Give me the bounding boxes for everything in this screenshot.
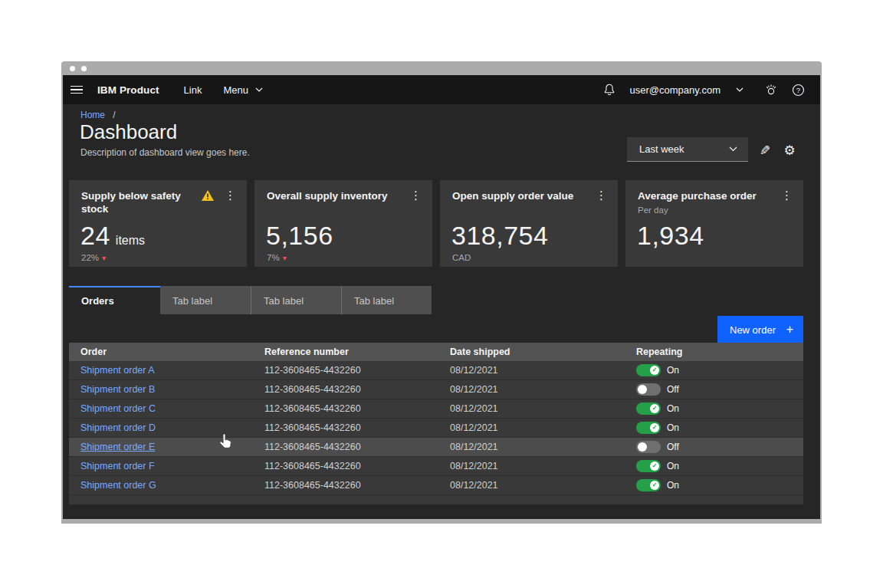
card-metric-suffix: items xyxy=(116,234,145,248)
toggle-label: On xyxy=(667,480,679,491)
card-title: Average purchase order xyxy=(638,190,773,203)
card-title: Overall supply inventory xyxy=(267,190,402,203)
order-link[interactable]: Shipment order E xyxy=(80,442,155,452)
card-title: Supply below safety stock xyxy=(81,190,197,216)
toggle-label: On xyxy=(667,365,679,376)
table-row[interactable]: Shipment order G 112-3608465-4432260 08/… xyxy=(69,476,803,495)
table-row[interactable]: Shipment order A 112-3608465-4432260 08/… xyxy=(69,361,803,380)
column-header-reference[interactable]: Reference number xyxy=(253,343,438,361)
overflow-menu-icon[interactable]: ⋮ xyxy=(222,190,239,201)
order-link[interactable]: Shipment order C xyxy=(80,403,156,414)
card-title: Open supply order value xyxy=(452,190,588,203)
metric-cards-row: Supply below safety stock ⋮ 24 it xyxy=(69,180,803,267)
app-header: IBM Product Link Menu user@company.com xyxy=(63,75,820,104)
table-empty-area xyxy=(69,495,803,504)
toggle-knob xyxy=(650,423,659,432)
card-delta: 22%▾ xyxy=(81,253,106,262)
notifications-bell-icon[interactable] xyxy=(598,75,621,104)
tab-label-3[interactable]: Tab label xyxy=(251,286,341,314)
order-link[interactable]: Shipment order B xyxy=(80,384,155,395)
menu-hamburger-icon[interactable] xyxy=(63,75,94,104)
card-delta: 7%▾ xyxy=(267,253,287,262)
repeating-toggle[interactable] xyxy=(636,441,661,453)
help-icon[interactable]: ? xyxy=(786,75,809,104)
order-link[interactable]: Shipment order D xyxy=(80,422,156,433)
repeating-toggle[interactable] xyxy=(636,479,661,491)
table-row[interactable]: Shipment order E 112-3608465-4432260 08/… xyxy=(69,438,803,457)
breadcrumb-home-link[interactable]: Home xyxy=(80,110,105,120)
time-filter-value: Last week xyxy=(639,143,684,155)
overflow-menu-icon[interactable]: ⋮ xyxy=(592,190,610,201)
repeating-toggle[interactable] xyxy=(636,460,661,472)
column-header-date[interactable]: Date shipped xyxy=(438,343,625,361)
time-filter-dropdown[interactable]: Last week xyxy=(627,137,748,162)
card-average-purchase-order: Average purchase order ⋮ Per day 1,934 xyxy=(625,180,803,267)
window-titlebar[interactable] xyxy=(61,61,822,75)
window-control-dot[interactable] xyxy=(70,66,75,71)
sparkle-idea-icon[interactable] xyxy=(759,75,782,104)
card-metric-value: 1,934 xyxy=(637,221,704,251)
date-cell: 08/12/2021 xyxy=(438,384,625,395)
nav-link[interactable]: Link xyxy=(184,84,202,96)
card-supply-below-safety-stock: Supply below safety stock ⋮ 24 it xyxy=(69,180,247,267)
card-metric-value: 24 items xyxy=(80,221,145,251)
page-description: Description of dashboard view goes here. xyxy=(80,147,250,158)
chevron-down-icon xyxy=(729,146,737,152)
reference-cell: 112-3608465-4432260 xyxy=(253,422,438,433)
user-email[interactable]: user@company.com xyxy=(630,84,721,96)
orders-table: Order Reference number Date shipped Repe… xyxy=(69,343,803,504)
toggle-knob xyxy=(638,442,647,452)
breadcrumb-separator: / xyxy=(113,110,115,120)
browser-window: IBM Product Link Menu user@company.com xyxy=(61,61,822,524)
repeating-toggle[interactable] xyxy=(636,402,661,415)
column-header-repeating[interactable]: Repeating xyxy=(625,343,803,361)
page-content: Home / Dashboard Description of dashboar… xyxy=(63,104,820,519)
card-overall-supply-inventory: Overall supply inventory ⋮ 5,156 7%▾ xyxy=(254,180,432,267)
date-cell: 08/12/2021 xyxy=(438,461,625,471)
table-row[interactable]: Shipment order B 112-3608465-4432260 08/… xyxy=(69,380,803,399)
settings-gear-icon[interactable]: ⚙ xyxy=(780,140,799,160)
date-cell: 08/12/2021 xyxy=(438,403,625,414)
repeating-toggle[interactable] xyxy=(636,364,661,376)
svg-text:?: ? xyxy=(796,86,799,94)
overflow-menu-icon[interactable]: ⋮ xyxy=(778,190,796,201)
toggle-label: Off xyxy=(667,384,679,395)
table-row[interactable]: Shipment order F 112-3608465-4432260 08/… xyxy=(69,457,803,476)
toggle-label: On xyxy=(667,403,679,414)
toggle-knob xyxy=(650,462,659,471)
tab-label-4[interactable]: Tab label xyxy=(341,286,432,314)
toggle-knob xyxy=(638,385,647,394)
edit-pencil-icon[interactable]: ✎ xyxy=(755,140,775,160)
new-order-button[interactable]: New order + xyxy=(717,316,803,343)
date-cell: 08/12/2021 xyxy=(438,365,625,376)
delta-down-icon: ▾ xyxy=(283,254,287,262)
overflow-menu-icon[interactable]: ⋮ xyxy=(407,190,425,201)
tab-orders[interactable]: Orders xyxy=(69,286,160,314)
column-header-order[interactable]: Order xyxy=(69,343,253,361)
toggle-label: Off xyxy=(667,442,679,452)
chevron-down-icon xyxy=(255,87,263,92)
plus-icon: + xyxy=(786,323,793,337)
table-row[interactable]: Shipment order D 112-3608465-4432260 08/… xyxy=(69,419,803,438)
repeating-toggle[interactable] xyxy=(636,383,661,396)
order-link[interactable]: Shipment order A xyxy=(80,365,155,376)
window-control-dot[interactable] xyxy=(81,66,87,71)
card-subtitle: Per day xyxy=(638,205,796,215)
warning-icon xyxy=(202,190,214,201)
order-link[interactable]: Shipment order F xyxy=(80,461,155,471)
toggle-knob xyxy=(650,366,659,375)
nav-menu[interactable]: Menu xyxy=(223,84,263,96)
date-cell: 08/12/2021 xyxy=(438,442,625,452)
product-name: IBM Product xyxy=(97,84,159,96)
repeating-toggle[interactable] xyxy=(636,422,661,434)
reference-cell: 112-3608465-4432260 xyxy=(253,384,438,395)
user-chevron-down-icon[interactable] xyxy=(728,75,751,104)
card-metric-value: 5,156 xyxy=(266,221,333,251)
date-cell: 08/12/2021 xyxy=(438,480,625,491)
tab-label-2[interactable]: Tab label xyxy=(160,286,251,314)
toggle-knob xyxy=(650,404,659,413)
toggle-label: On xyxy=(667,422,679,433)
card-metric-value: 318,754 xyxy=(451,221,548,251)
order-link[interactable]: Shipment order G xyxy=(80,480,156,491)
table-row[interactable]: Shipment order C 112-3608465-4432260 08/… xyxy=(69,399,803,419)
